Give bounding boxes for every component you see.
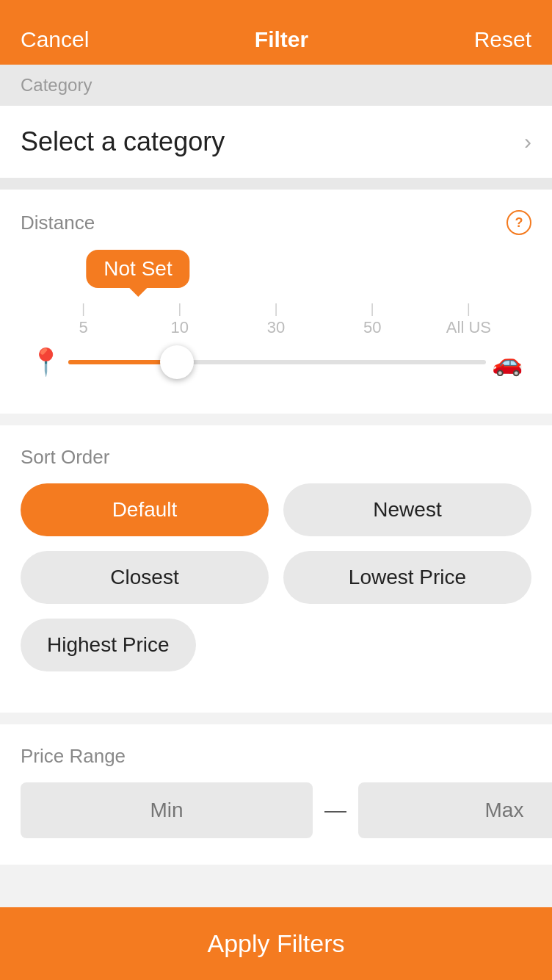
sort-lowest-price-button[interactable]: Lowest Price: [283, 551, 531, 604]
tick-10: 10: [131, 301, 228, 337]
distance-header: Distance ?: [21, 210, 531, 235]
sort-newest-button[interactable]: Newest: [283, 483, 531, 536]
tick-allus: All US: [421, 301, 517, 337]
sort-row-3: Highest Price: [21, 619, 531, 671]
sort-order-title: Sort Order: [21, 446, 531, 469]
header-title: Filter: [255, 27, 308, 52]
distance-title: Distance: [21, 212, 95, 234]
price-max-input[interactable]: [358, 782, 552, 838]
category-section-label: Category: [0, 65, 552, 106]
tick-50: 50: [324, 301, 421, 337]
slider-thumb[interactable]: [160, 345, 194, 379]
help-icon[interactable]: ?: [506, 210, 531, 235]
header: Cancel Filter Reset: [0, 0, 552, 65]
pin-icon: 📍: [29, 347, 62, 378]
tick-5: 5: [35, 301, 131, 337]
sort-default-button[interactable]: Default: [21, 483, 269, 536]
sort-closest-button[interactable]: Closest: [21, 551, 269, 604]
apply-filters-button[interactable]: Apply Filters: [0, 907, 552, 980]
sort-row-1: Default Newest: [21, 483, 531, 536]
car-icon: 🚗: [492, 347, 523, 377]
price-dash: —: [324, 798, 346, 823]
distance-slider-track-row: 📍 🚗: [21, 340, 531, 384]
chevron-right-icon: ›: [524, 129, 531, 154]
price-min-input[interactable]: [21, 782, 313, 838]
price-inputs-row: —: [21, 782, 531, 838]
category-row[interactable]: Select a category ›: [0, 106, 552, 178]
category-select-text: Select a category: [21, 126, 225, 157]
sort-order-section: Sort Order Default Newest Closest Lowest…: [0, 425, 552, 713]
price-range-section: Price Range —: [0, 724, 552, 865]
distance-ticks: 5 10 30 50 All US: [21, 301, 531, 337]
slider-track[interactable]: [68, 360, 486, 364]
tick-30: 30: [228, 301, 324, 337]
sort-highest-price-button[interactable]: Highest Price: [21, 619, 196, 671]
cancel-button[interactable]: Cancel: [21, 27, 89, 52]
section-divider: [0, 178, 552, 190]
sort-row-2: Closest Lowest Price: [21, 551, 531, 604]
distance-section: Distance ? Not Set 5 10 30 50 All US 📍 🚗: [0, 190, 552, 414]
reset-button[interactable]: Reset: [474, 27, 531, 52]
distance-tooltip: Not Set: [86, 250, 189, 288]
distance-slider-container: Not Set 5 10 30 50 All US 📍 🚗: [21, 250, 531, 384]
price-range-title: Price Range: [21, 745, 531, 768]
